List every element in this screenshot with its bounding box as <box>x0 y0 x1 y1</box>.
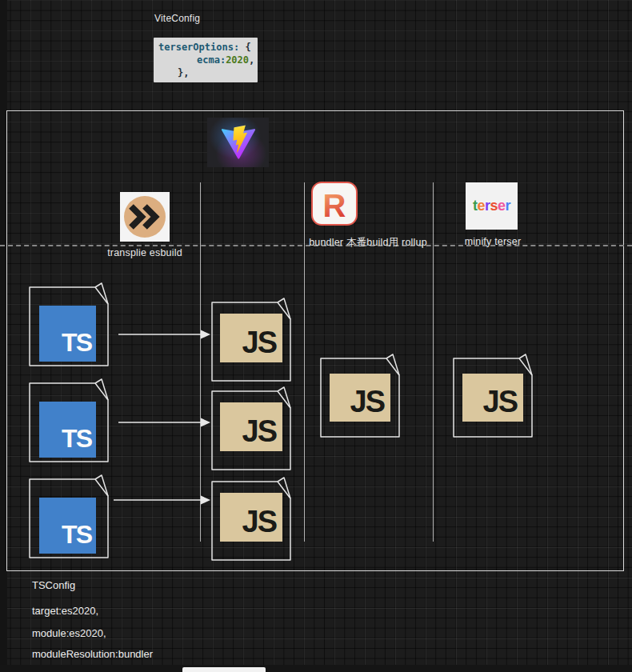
terser-icon[interactable]: terser <box>466 182 518 230</box>
ts-logo-text: TS <box>62 520 91 550</box>
partial-shape-below <box>182 667 266 672</box>
terser-letter: s <box>490 198 498 214</box>
javascript-logo: JS <box>220 314 282 362</box>
ts-file-3[interactable]: TS <box>29 474 109 558</box>
terser-letter: e <box>477 198 485 214</box>
tsconfig-line-target[interactable]: target:es2020, <box>32 605 98 617</box>
js-file-3[interactable]: JS <box>211 476 291 561</box>
code-punct: }, <box>178 67 189 78</box>
tsconfig-line-module[interactable]: module:es2020, <box>32 627 106 639</box>
code-punct: , <box>249 54 254 66</box>
ts-file-1[interactable]: TS <box>29 282 109 366</box>
esbuild-chevrons-icon <box>122 194 168 240</box>
terser-letter: r <box>506 198 511 214</box>
terser-label[interactable]: minify terser <box>433 236 553 247</box>
code-line-1: terserOptions: { <box>158 41 253 54</box>
js-logo-text: JS <box>350 385 384 419</box>
flow-arrow-1[interactable] <box>117 329 211 340</box>
javascript-logo: JS <box>330 374 390 422</box>
typescript-logo: TS <box>39 306 96 362</box>
code-key: ecma: <box>197 54 226 66</box>
code-punct: { <box>239 42 250 53</box>
code-key: terserOptions: <box>158 42 239 53</box>
tsconfig-line-moduleresolution[interactable]: moduleResolution:bundler <box>32 648 153 660</box>
rollup-icon[interactable]: R <box>311 182 358 226</box>
esbuild-label[interactable]: transplie esbuild <box>81 247 209 258</box>
code-line-2: ecma:2020, <box>158 54 253 66</box>
js-file-2[interactable]: JS <box>211 386 291 470</box>
rollup-r-icon: R <box>314 185 355 223</box>
rollup-label[interactable]: bundler 本番build用 rollup <box>288 236 448 250</box>
ts-logo-text: TS <box>62 424 91 454</box>
terser-options-code-block[interactable]: terserOptions: { ecma:2020, }, <box>154 38 258 82</box>
js-logo-text: JS <box>483 385 517 419</box>
javascript-logo: JS <box>220 493 282 542</box>
js-logo-text: JS <box>242 326 276 360</box>
flow-arrow-3[interactable] <box>112 494 211 506</box>
vite-logo[interactable] <box>207 118 269 167</box>
js-logo-text: JS <box>242 505 276 539</box>
terser-letter: e <box>498 198 506 214</box>
typescript-logo: TS <box>39 498 96 554</box>
ts-file-2[interactable]: TS <box>29 378 109 462</box>
javascript-logo: JS <box>462 374 523 422</box>
js-bundle-file[interactable]: JS <box>320 353 400 438</box>
code-value: 2020 <box>226 54 249 66</box>
typescript-logo: TS <box>39 402 96 458</box>
lane-divider-1[interactable] <box>200 182 201 542</box>
code-line-3: }, <box>158 66 253 79</box>
whiteboard-canvas[interactable]: ViteConfig terserOptions: { ecma:2020, }… <box>0 0 632 672</box>
tsconfig-title[interactable]: TSConfig <box>32 579 75 591</box>
flow-arrow-2[interactable] <box>117 417 211 428</box>
terser-wordmark: terser <box>473 198 510 214</box>
js-logo-text: JS <box>242 414 276 449</box>
canvas-bottom-edge <box>0 665 632 672</box>
ts-logo-text: TS <box>62 328 91 358</box>
esbuild-icon[interactable] <box>120 192 170 242</box>
svg-text:R: R <box>323 188 346 223</box>
vite-config-label[interactable]: ViteConfig <box>154 13 200 24</box>
vite-logo-icon <box>221 125 256 160</box>
js-file-1[interactable]: JS <box>211 297 291 382</box>
javascript-logo: JS <box>220 402 282 451</box>
js-minified-file[interactable]: JS <box>453 353 533 438</box>
